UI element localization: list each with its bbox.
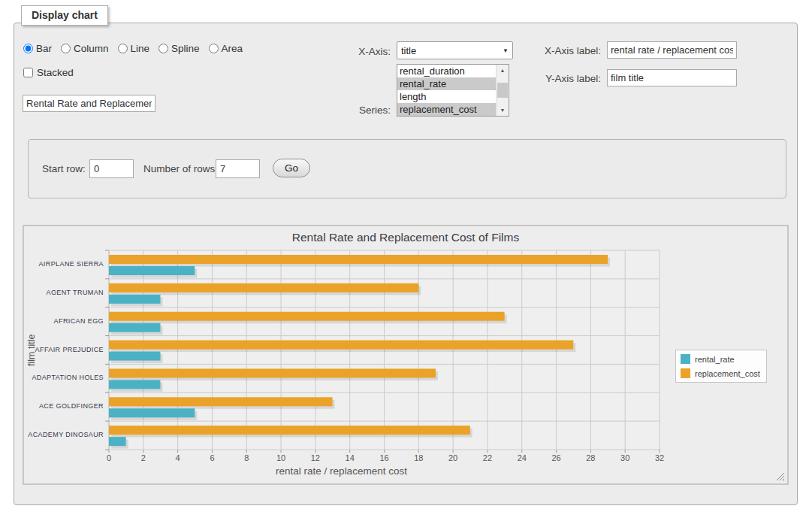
chart-title: Rental Rate and Replacement Cost of Film… xyxy=(24,231,787,244)
scroll-down-icon[interactable]: ▼ xyxy=(497,105,509,116)
num-rows-input[interactable] xyxy=(216,159,260,178)
x-tick-label: 32 xyxy=(648,453,671,462)
series-option-rental-duration[interactable]: rental_duration xyxy=(397,65,496,77)
bar-replacement_cost xyxy=(109,426,470,435)
y-category-label: ACE GOLDFINGER xyxy=(24,402,104,410)
chart-x-axis-title: rental rate / replacement cost xyxy=(24,465,659,477)
x-axis-select-value: title xyxy=(401,45,416,56)
x-tick-label: 28 xyxy=(579,453,602,462)
radio-spline-label: Spline xyxy=(171,43,200,54)
x-tick-label: 18 xyxy=(407,453,430,462)
radio-column-input[interactable] xyxy=(61,44,71,53)
radio-line[interactable]: Line xyxy=(118,43,150,54)
scrollbar-thumb[interactable] xyxy=(497,83,508,98)
scroll-up-icon[interactable]: ▲ xyxy=(497,65,509,76)
go-button[interactable]: Go xyxy=(273,159,310,177)
x-tick-label: 26 xyxy=(545,453,568,462)
radio-area[interactable]: Area xyxy=(209,43,243,54)
plot-area xyxy=(109,250,660,450)
legend-label: replacement_cost xyxy=(695,369,760,378)
x-tick-label: 24 xyxy=(511,453,533,462)
bar-rental_rate xyxy=(109,266,195,275)
bar-replacement_cost xyxy=(109,312,505,321)
x-tick-label: 0 xyxy=(98,453,120,462)
bar-replacement_cost xyxy=(109,368,436,377)
y-category-label: AFRICAN EGG xyxy=(24,317,104,325)
chart-title-input[interactable] xyxy=(23,95,155,112)
chevron-down-icon: ▼ xyxy=(503,47,509,54)
x-tick-label: 22 xyxy=(476,453,499,462)
chart-legend: rental_ratereplacement_cost xyxy=(675,350,767,383)
x-tick-label: 14 xyxy=(339,453,361,462)
y-category-label: AGENT TRUMAN xyxy=(24,289,104,296)
start-row-label: Start row: xyxy=(42,163,86,174)
radio-column[interactable]: Column xyxy=(61,43,109,54)
bar-rental_rate xyxy=(109,352,160,361)
radio-line-label: Line xyxy=(131,43,150,54)
radio-spline[interactable]: Spline xyxy=(158,43,200,54)
y-category-label: AFFAIR PREJUDICE xyxy=(24,346,104,353)
x-axis-label-input[interactable] xyxy=(607,41,737,59)
radio-column-label: Column xyxy=(74,43,109,54)
series-scrollbar[interactable]: ▲ ▼ xyxy=(496,65,509,116)
bar-replacement_cost xyxy=(109,341,573,350)
legend-swatch-rental_rate xyxy=(681,354,690,364)
bar-rental_rate xyxy=(109,295,160,304)
y-category-label: ACADEMY DINOSAUR xyxy=(24,431,104,438)
radio-area-label: Area xyxy=(222,43,243,54)
x-tick-label: 2 xyxy=(132,453,155,462)
chart-type-radio-group: Bar Column Line Spline Area xyxy=(23,43,249,54)
y-category-label: ADAPTATION HOLES xyxy=(24,374,104,381)
x-tick-label: 8 xyxy=(235,453,258,462)
x-tick-label: 30 xyxy=(614,453,636,462)
panel-title: Display chart xyxy=(21,5,108,26)
radio-line-input[interactable] xyxy=(118,44,128,53)
stacked-checkbox[interactable] xyxy=(23,68,33,77)
y-axis-label-input[interactable] xyxy=(607,69,737,86)
series-label: Series: xyxy=(331,105,391,116)
legend-label: rental_rate xyxy=(695,355,735,364)
num-rows-label: Number of rows: xyxy=(143,163,218,174)
radio-area-input[interactable] xyxy=(209,44,219,53)
radio-bar-input[interactable] xyxy=(23,44,33,53)
series-option-length[interactable]: length xyxy=(397,90,496,103)
y-category-label: AIRPLANE SIERRA xyxy=(24,260,104,268)
rows-control-panel: Start row: Number of rows: Go xyxy=(28,139,786,198)
radio-spline-input[interactable] xyxy=(158,44,168,53)
bar-rental_rate xyxy=(109,408,195,417)
chart-container: Rental Rate and Replacement Cost of Film… xyxy=(23,225,789,485)
x-tick-label: 4 xyxy=(167,453,189,462)
series-multiselect[interactable]: rental_duration rental_rate length repla… xyxy=(397,64,509,117)
stacked-checkbox-row[interactable]: Stacked xyxy=(23,67,74,78)
x-axis-label-caption: X-Axis label: xyxy=(530,45,601,56)
legend-item: rental_rate xyxy=(681,354,760,364)
page: Display chart Bar Column Line Spline Are… xyxy=(0,0,812,512)
bar-rental_rate xyxy=(109,323,160,332)
start-row-input[interactable] xyxy=(89,159,134,178)
bar-replacement_cost xyxy=(109,255,608,264)
radio-bar[interactable]: Bar xyxy=(23,43,52,54)
radio-bar-label: Bar xyxy=(36,43,52,54)
legend-item: replacement_cost xyxy=(681,368,760,378)
series-option-replacement-cost[interactable]: replacement_cost xyxy=(397,103,496,116)
y-axis-label-caption: Y-Axis label: xyxy=(530,73,601,84)
stacked-label: Stacked xyxy=(37,67,74,78)
x-tick-label: 16 xyxy=(373,453,396,462)
resize-grip-icon[interactable] xyxy=(776,472,784,480)
bar-replacement_cost xyxy=(109,283,418,292)
x-axis-select[interactable]: title ▼ xyxy=(397,41,513,59)
bar-rental_rate xyxy=(109,380,160,389)
bar-rental_rate xyxy=(109,437,126,446)
series-options: rental_duration rental_rate length repla… xyxy=(397,65,496,116)
x-tick-label: 6 xyxy=(201,453,223,462)
series-option-rental-rate[interactable]: rental_rate xyxy=(397,77,496,90)
bar-replacement_cost xyxy=(109,397,333,406)
legend-swatch-replacement_cost xyxy=(681,368,690,378)
x-axis-label: X-Axis: xyxy=(331,46,391,57)
x-tick-label: 20 xyxy=(442,453,464,462)
x-tick-label: 12 xyxy=(304,453,327,462)
x-tick-label: 10 xyxy=(270,453,292,462)
